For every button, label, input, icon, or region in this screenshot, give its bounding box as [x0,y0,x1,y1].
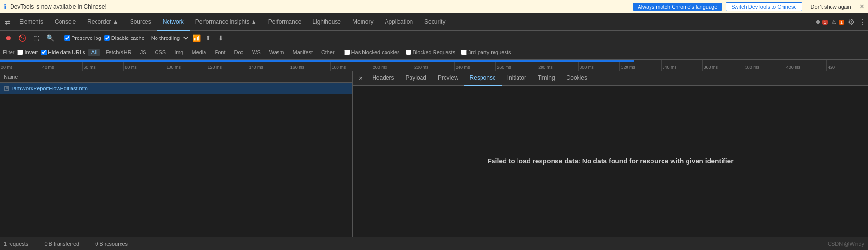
right-icons: ⊗ 1 ⚠ 1 ⚙ ⋮ [816,17,866,26]
disable-cache-label[interactable]: Disable cache [104,35,145,41]
error-badge: ⊗ 1 [816,19,828,25]
has-blocked-cookies-checkbox[interactable] [344,50,350,55]
tick-360: 360 ms [703,60,744,71]
tick-340: 340 ms [662,60,703,71]
filter-type-all[interactable]: All [88,49,100,56]
download-button[interactable]: ⬇ [216,33,226,43]
tab-timing[interactable]: Timing [532,71,561,86]
tick-40: 40 ms [41,60,83,71]
network-panel: Name iamWorkReportFlowEditlast.htm [0,71,353,237]
tab-payload[interactable]: Payload [400,71,432,86]
upload-button[interactable]: ⬆ [204,33,213,43]
network-rows: iamWorkReportFlowEditlast.htm [0,83,352,237]
response-tabs: × Headers Payload Preview Response Initi… [353,71,868,86]
requests-count: 1 requests [4,241,28,247]
hide-data-urls-checkbox[interactable] [41,50,47,55]
tick-260: 260 ms [496,60,537,71]
disable-cache-checkbox[interactable] [104,35,110,41]
blocked-requests-checkbox[interactable] [406,50,411,55]
timeline-highlight [0,60,634,62]
tick-320: 320 ms [620,60,661,71]
hide-data-urls-label[interactable]: Hide data URLs [41,50,85,55]
filter-bar: Filter Invert Hide data URLs All Fetch/X… [0,45,868,60]
toolbar: ⏺ 🚫 ⬚ 🔍 Preserve log Disable cache No th… [0,31,868,45]
filter-type-font[interactable]: Font [212,49,228,56]
filter-icon[interactable]: ⬚ [31,33,41,43]
separator-1 [36,240,36,247]
search-button[interactable]: 🔍 [44,33,56,43]
file-icon [4,85,11,92]
tab-network[interactable]: Network [157,13,190,31]
resources-size: 0 B resources [95,241,128,247]
tab-performance[interactable]: Performance [263,13,307,31]
filter-type-img[interactable]: Img [171,49,186,56]
third-party-requests-label[interactable]: 3rd-party requests [461,50,511,55]
record-button[interactable]: ⏺ [3,33,13,43]
tick-60: 60 ms [83,60,124,71]
separator-2 [87,240,87,247]
tab-cookies[interactable]: Cookies [561,71,593,86]
tick-140: 140 ms [248,60,289,71]
response-panel: × Headers Payload Preview Response Initi… [353,71,868,237]
tab-elements[interactable]: Elements [13,13,49,31]
invert-checkbox[interactable] [17,50,23,55]
has-blocked-cookies-label[interactable]: Has blocked cookies [344,50,400,55]
tab-memory[interactable]: Memory [347,13,379,31]
filter-type-media[interactable]: Media [189,49,209,56]
filter-checkboxes: Has blocked cookies Blocked Requests 3rd… [344,50,511,55]
file-name[interactable]: iamWorkReportFlowEditlast.htm [12,86,88,91]
tick-180: 180 ms [331,60,372,71]
table-row[interactable]: iamWorkReportFlowEditlast.htm [0,83,352,94]
tab-preview[interactable]: Preview [432,71,464,86]
clear-button[interactable]: 🚫 [16,33,28,43]
tab-console[interactable]: Console [49,13,82,31]
tick-160: 160 ms [289,60,331,71]
tab-performance-insights[interactable]: Performance insights ▲ [190,13,263,31]
info-bar: ℹ DevTools is now available in Chinese! … [0,0,868,13]
network-name-header: Name [4,74,18,80]
tab-headers[interactable]: Headers [366,71,399,86]
tick-380: 380 ms [744,60,785,71]
filter-label: Filter [3,50,14,55]
invert-label[interactable]: Invert [17,50,38,55]
tab-initiator[interactable]: Initiator [502,71,532,86]
switch-language-button[interactable]: Switch DevTools to Chinese [726,2,802,11]
close-infobar-button[interactable]: × [860,2,864,11]
tab-lighthouse[interactable]: Lighthouse [307,13,347,31]
more-button[interactable]: ⋮ [858,17,866,26]
tick-420: 420 [827,60,868,71]
blocked-requests-label[interactable]: Blocked Requests [406,50,456,55]
throttle-select[interactable]: No throttling [147,34,190,42]
third-party-requests-checkbox[interactable] [461,50,467,55]
tab-sources[interactable]: Sources [124,13,157,31]
tab-bar: ⇄ Elements Console Recorder ▲ Sources Ne… [0,13,868,31]
tab-recorder[interactable]: Recorder ▲ [82,13,124,31]
transferred-size: 0 B transferred [44,241,79,247]
tick-300: 300 ms [579,60,620,71]
status-bar: 1 requests 0 B transferred 0 B resources… [0,237,868,250]
tab-response[interactable]: Response [464,71,502,86]
dismiss-button[interactable]: Don't show again [806,3,856,11]
tick-120: 120 ms [206,60,248,71]
filter-type-js[interactable]: JS [137,49,149,56]
match-language-button[interactable]: Always match Chrome's language [633,3,722,11]
error-message: Failed to load response data: No data fo… [487,157,734,165]
close-panel-button[interactable]: × [355,75,366,82]
filter-type-doc[interactable]: Doc [231,49,246,56]
tick-220: 220 ms [413,60,455,71]
nav-icon[interactable]: ⇄ [2,18,13,26]
filter-type-ws[interactable]: WS [249,49,264,56]
preserve-log-label[interactable]: Preserve log [64,35,101,41]
watermark: CSDN @Windy [828,241,864,247]
tab-application[interactable]: Application [379,13,419,31]
tick-400: 400 ms [785,60,827,71]
filter-type-other[interactable]: Other [318,49,338,56]
tick-240: 240 ms [455,60,496,71]
filter-type-css[interactable]: CSS [152,49,169,56]
tab-security[interactable]: Security [419,13,451,31]
settings-button[interactable]: ⚙ [848,17,855,26]
filter-type-manifest[interactable]: Manifest [290,49,316,56]
filter-type-fetch[interactable]: Fetch/XHR [103,49,134,56]
filter-type-wasm[interactable]: Wasm [266,49,287,56]
preserve-log-checkbox[interactable] [64,35,70,41]
